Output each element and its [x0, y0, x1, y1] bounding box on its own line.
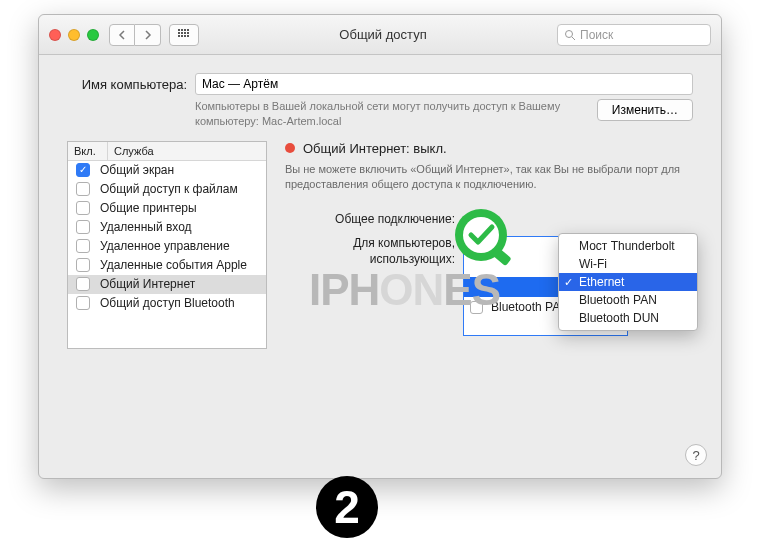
zoom-window-icon[interactable] — [87, 29, 99, 41]
forward-button[interactable] — [135, 24, 161, 46]
service-checkbox[interactable] — [76, 239, 90, 253]
service-label: Удаленный вход — [100, 220, 192, 234]
service-label: Общий доступ Bluetooth — [100, 296, 235, 310]
service-label: Общий Интернет — [100, 277, 195, 291]
service-label: Общий экран — [100, 163, 174, 177]
computer-name-label: Имя компьютера: — [67, 77, 187, 92]
ports-label: Для компьютеров, использующих: — [285, 236, 455, 267]
service-row[interactable]: Общий экран — [68, 161, 266, 180]
share-from-dropdown[interactable]: Мост ThunderboltWi-FiEthernetBluetooth P… — [558, 233, 698, 331]
sharing-prefs-window: Общий доступ Поиск Имя компьютера: Компь… — [38, 14, 722, 479]
service-checkbox[interactable] — [76, 277, 90, 291]
col-enabled: Вкл. — [68, 142, 108, 160]
checkbox-icon[interactable] — [470, 301, 483, 314]
close-window-icon[interactable] — [49, 29, 61, 41]
step-number-badge: 2 — [316, 476, 378, 538]
service-row[interactable]: Удаленные события Apple — [68, 256, 266, 275]
col-service: Служба — [108, 142, 266, 160]
status-description: Вы не можете включить «Общий Интернет», … — [285, 162, 693, 193]
service-row[interactable]: Удаленное управление — [68, 237, 266, 256]
computer-name-hint: Компьютеры в Вашей локальной сети могут … — [195, 99, 589, 129]
titlebar: Общий доступ Поиск — [39, 15, 721, 55]
minimize-window-icon[interactable] — [68, 29, 80, 41]
dropdown-item[interactable]: Bluetooth PAN — [559, 291, 697, 309]
share-from-row: Общее подключение: — [285, 210, 693, 226]
services-header: Вкл. Служба — [68, 142, 266, 161]
computer-name-row: Имя компьютера: — [67, 73, 693, 95]
chevron-right-icon — [144, 30, 152, 40]
service-checkbox[interactable] — [76, 163, 90, 177]
svg-line-1 — [572, 37, 575, 40]
status-title: Общий Интернет: выкл. — [303, 141, 447, 156]
dropdown-item[interactable]: Ethernet — [559, 273, 697, 291]
grid-icon — [178, 29, 190, 41]
service-checkbox[interactable] — [76, 201, 90, 215]
service-checkbox[interactable] — [76, 296, 90, 310]
edit-name-button[interactable]: Изменить… — [597, 99, 693, 121]
service-label: Удаленное управление — [100, 239, 230, 253]
svg-point-0 — [566, 30, 573, 37]
show-all-button[interactable] — [169, 24, 199, 46]
service-row[interactable]: Общие принтеры — [68, 199, 266, 218]
service-checkbox[interactable] — [76, 220, 90, 234]
computer-name-hint-row: Компьютеры в Вашей локальной сети могут … — [67, 99, 693, 129]
status-row: Общий Интернет: выкл. — [285, 141, 693, 156]
traffic-lights — [49, 29, 99, 41]
service-row[interactable]: Общий Интернет — [68, 275, 266, 294]
service-checkbox[interactable] — [76, 258, 90, 272]
service-label: Общие принтеры — [100, 201, 197, 215]
dropdown-item[interactable]: Wi-Fi — [559, 255, 697, 273]
window-title: Общий доступ — [209, 27, 557, 42]
service-label: Общий доступ к файлам — [100, 182, 238, 196]
chevron-left-icon — [118, 30, 126, 40]
service-row[interactable]: Общий доступ Bluetooth — [68, 294, 266, 313]
status-off-icon — [285, 143, 295, 153]
service-row[interactable]: Удаленный вход — [68, 218, 266, 237]
help-button[interactable]: ? — [685, 444, 707, 466]
nav-buttons — [109, 24, 161, 46]
search-placeholder: Поиск — [580, 28, 613, 42]
service-checkbox[interactable] — [76, 182, 90, 196]
share-from-label: Общее подключение: — [285, 210, 455, 226]
services-list[interactable]: Вкл. Служба Общий экранОбщий доступ к фа… — [67, 141, 267, 349]
service-label: Удаленные события Apple — [100, 258, 247, 272]
back-button[interactable] — [109, 24, 135, 46]
service-row[interactable]: Общий доступ к файлам — [68, 180, 266, 199]
dropdown-item[interactable]: Мост Thunderbolt — [559, 237, 697, 255]
search-icon — [564, 29, 576, 41]
computer-name-field[interactable] — [195, 73, 693, 95]
search-input[interactable]: Поиск — [557, 24, 711, 46]
dropdown-item[interactable]: Bluetooth DUN — [559, 309, 697, 327]
